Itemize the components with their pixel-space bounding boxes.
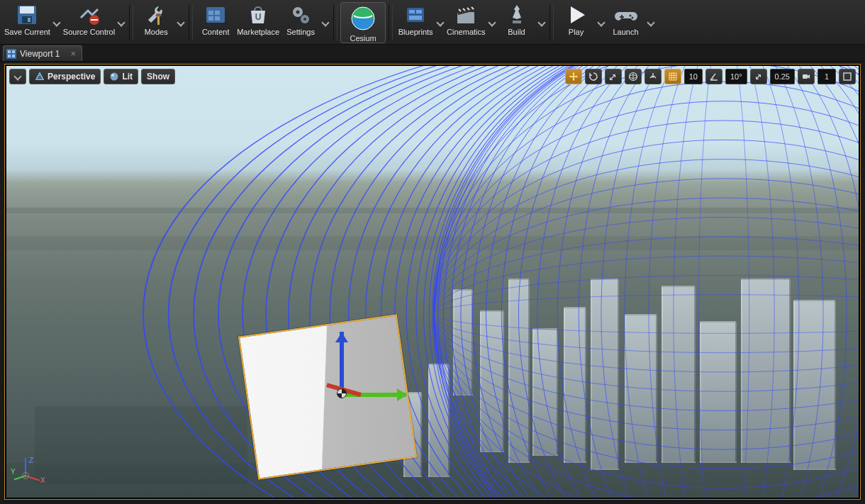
transform-translate-button[interactable]: [565, 69, 582, 84]
grid-snap-toggle[interactable]: [664, 69, 681, 84]
wrench-paint-icon: [145, 4, 167, 26]
blueprint-icon: [404, 4, 427, 26]
svg-rect-38: [844, 73, 851, 80]
cesium-button[interactable]: Cesium: [340, 2, 386, 43]
launch-dropdown[interactable]: [646, 2, 656, 43]
cinematics-dropdown[interactable]: [487, 2, 497, 43]
svg-rect-26: [620, 16, 624, 18]
lit-mode-button[interactable]: Lit: [104, 69, 138, 84]
svg-point-33: [111, 73, 118, 81]
save-current-button[interactable]: Save Current: [3, 2, 52, 43]
scale-snap-toggle[interactable]: [750, 69, 767, 84]
angle-snap-value[interactable]: 10°: [725, 69, 747, 84]
main-toolbar: Save Current Source Control: [0, 0, 865, 45]
play-button[interactable]: Play: [557, 2, 596, 43]
blueprints-dropdown[interactable]: [435, 2, 445, 43]
svg-rect-30: [12, 50, 15, 53]
transform-rotate-button[interactable]: [585, 69, 602, 84]
build-label: Build: [508, 28, 525, 36]
show-label: Show: [147, 72, 169, 82]
svg-rect-21: [416, 10, 422, 13]
floppy-disk-icon: [16, 4, 38, 26]
settings-dropdown[interactable]: [320, 2, 330, 43]
svg-point-28: [631, 17, 633, 19]
build-statue-icon: [506, 4, 528, 26]
content-button[interactable]: Content: [196, 2, 235, 43]
viewport-options-dropdown[interactable]: [9, 69, 26, 84]
source-control-button[interactable]: Source Control: [62, 2, 116, 43]
cesium-label: Cesium: [350, 34, 376, 43]
svg-rect-37: [803, 74, 808, 79]
tab-bar: Viewport 1 ×: [0, 45, 865, 62]
settings-button[interactable]: Settings: [281, 2, 320, 43]
viewport-tab-icon: [6, 49, 16, 59]
viewport-right-toolbar: 10 10° 0.25 1: [565, 69, 856, 84]
svg-point-16: [303, 18, 306, 21]
maximize-icon: [843, 72, 852, 81]
selected-cube-actor[interactable]: [238, 314, 417, 479]
surface-snap-button[interactable]: [644, 69, 662, 84]
svg-rect-32: [12, 55, 15, 57]
world-axis-widget: Z X Y: [12, 458, 46, 492]
cesium-globe-icon: [349, 4, 377, 33]
marketplace-button[interactable]: U Marketplace: [235, 2, 281, 43]
cinematics-button[interactable]: Cinematics: [445, 2, 486, 43]
play-icon: [565, 4, 588, 26]
blueprints-button[interactable]: Blueprints: [396, 2, 435, 43]
grid-icon: [668, 72, 678, 82]
svg-rect-6: [157, 16, 160, 25]
viewport-3d[interactable]: Z X Y Perspective Lit Show: [6, 66, 859, 498]
save-dropdown[interactable]: [52, 2, 62, 43]
sphere-lit-icon: [109, 72, 119, 82]
show-flags-button[interactable]: Show: [141, 69, 175, 84]
svg-rect-8: [208, 11, 213, 15]
svg-rect-11: [215, 16, 220, 21]
transform-scale-button[interactable]: [605, 69, 622, 84]
perspective-icon: [35, 72, 45, 82]
tab-viewport-1[interactable]: Viewport 1 ×: [3, 45, 82, 61]
camera-speed-value[interactable]: 1: [817, 69, 836, 84]
modes-dropdown[interactable]: [176, 2, 186, 43]
grid-snap-value[interactable]: 10: [684, 69, 703, 84]
camera-speed-button[interactable]: [798, 69, 815, 84]
svg-text:U: U: [255, 12, 262, 22]
svg-rect-1: [20, 6, 34, 13]
launch-button[interactable]: Launch: [606, 2, 646, 43]
play-dropdown[interactable]: [596, 2, 606, 43]
play-label: Play: [569, 28, 584, 36]
camera-icon: [801, 72, 811, 82]
svg-rect-20: [409, 10, 415, 13]
move-icon: [569, 72, 579, 82]
tab-close-button[interactable]: ×: [70, 48, 76, 59]
surface-snap-icon: [648, 72, 658, 82]
gamepad-icon: [615, 4, 637, 26]
scale-snap-value[interactable]: 0.25: [770, 69, 795, 84]
modes-button[interactable]: Modes: [136, 2, 176, 43]
lit-label: Lit: [122, 72, 133, 82]
toolbar-separator: [189, 5, 193, 40]
gears-icon: [289, 4, 312, 26]
svg-rect-31: [8, 55, 11, 57]
svg-rect-9: [215, 11, 220, 15]
source-control-dropdown[interactable]: [116, 2, 126, 43]
toolbar-separator: [389, 5, 393, 40]
toolbar-separator: [333, 5, 337, 40]
launch-label: Launch: [613, 28, 638, 36]
rotate-icon: [588, 72, 598, 82]
angle-snap-toggle[interactable]: [705, 69, 722, 84]
source-control-icon: [78, 4, 101, 26]
svg-rect-3: [28, 18, 30, 22]
perspective-label: Perspective: [48, 72, 95, 82]
tab-title: Viewport 1: [20, 49, 60, 59]
svg-rect-10: [208, 16, 213, 21]
build-button[interactable]: Build: [497, 2, 537, 43]
perspective-button[interactable]: Perspective: [29, 69, 101, 84]
svg-rect-24: [513, 21, 521, 23]
coord-space-button[interactable]: [625, 69, 642, 84]
svg-rect-5: [91, 19, 98, 21]
viewport-frame: Z X Y Perspective Lit Show: [4, 64, 861, 500]
clapperboard-icon: [454, 4, 477, 26]
viewport-maximize-button[interactable]: [839, 69, 856, 84]
build-dropdown[interactable]: [537, 2, 547, 43]
blueprints-label: Blueprints: [398, 28, 433, 36]
